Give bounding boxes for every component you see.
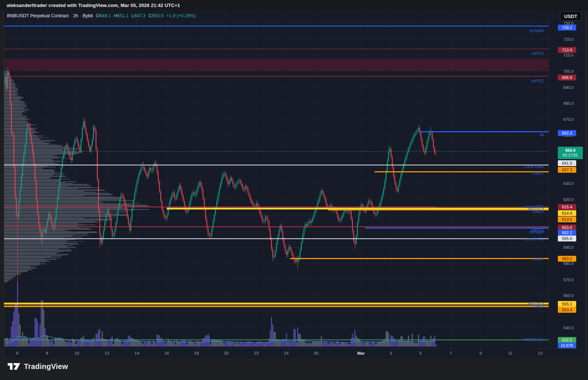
tradingview-logo-icon <box>7 361 21 372</box>
time-axis-tick: 24 <box>284 351 289 355</box>
level-name-daily: DAILY <box>533 171 544 175</box>
price-level-label: 641.5 <box>558 160 576 166</box>
time-axis[interactable]: 68101214161820222426Mar35791113 <box>4 348 586 358</box>
price-level-label: 613.5 <box>558 216 576 222</box>
chart-pane[interactable]: BNBUSDT Perpetual Contract·2h·BybitO648.… <box>4 10 586 358</box>
price-axis-tick: 700.0 <box>563 69 574 74</box>
bottom-bar: TradingView <box>0 358 588 380</box>
level-name-nvwap: NVWAP <box>529 29 544 33</box>
price-axis-tick: 710.0 <box>563 53 574 57</box>
level-name-ndpoc: ndPOC <box>531 51 544 55</box>
price-level-label: 614.4 <box>558 210 576 216</box>
price-level-label: 10.97K <box>558 343 576 348</box>
price-level-label: 602.2 <box>558 230 576 236</box>
ohlc-key: C <box>149 13 152 18</box>
level-name-daily: DAILY <box>533 304 544 308</box>
ohlc-key: O <box>96 13 99 18</box>
price-axis-tick: 630.0 <box>563 181 574 186</box>
time-axis-tick: 12 <box>105 351 110 355</box>
price-axis-tick: 620.0 <box>563 197 574 202</box>
level-name-daily: DAILY <box>533 257 544 261</box>
ohlc-value: 647.3 <box>134 13 146 18</box>
price-level-label: 583.2 <box>558 256 576 262</box>
ohlc-value: 648.1 <box>99 13 111 18</box>
time-axis-tick: Mar <box>357 351 365 355</box>
legend-separator: · <box>78 13 82 18</box>
price-axis-tick: 670.0 <box>563 117 574 122</box>
ohlc-key: L <box>132 13 134 18</box>
price-axis-tick: 680.0 <box>563 101 574 105</box>
attribution-bar: aleksanderltrader created with TradingVi… <box>0 0 588 10</box>
price-level-label: 713.9 <box>558 47 576 53</box>
price-level-label: 555.1 <box>558 301 576 307</box>
price-level-label: 728.2 <box>558 25 576 31</box>
supply-zone-band <box>4 59 549 71</box>
price-axis[interactable]: 730.0720.0710.0700.0690.0680.0670.0660.0… <box>549 10 586 348</box>
symbol-legend[interactable]: BNBUSDT Perpetual Contract·2h·BybitO648.… <box>7 13 195 18</box>
countdown-timer: 01:17:51 <box>563 153 578 158</box>
volume-layer <box>5 281 436 347</box>
tradingview-screenshot: aleksanderltrader created with TradingVi… <box>0 0 588 380</box>
time-axis-tick: 6 <box>16 351 18 355</box>
level-name-nvwap: NVWAP <box>529 230 544 234</box>
price-level-label: 532.5 <box>558 337 576 343</box>
price-level-label: 595.6 <box>558 236 576 241</box>
ohlc-values: O648.1H651.1L647.3C650.0 <box>93 13 163 18</box>
tradingview-logo-text: TradingView <box>24 362 68 371</box>
time-axis-tick: 3 <box>390 351 392 355</box>
level-name-local-rvah: Local rVAH <box>524 164 544 169</box>
price-level-label: 696.9 <box>558 75 576 80</box>
price-level-label: 637.3 <box>558 167 576 173</box>
price-axis-tick: 590.0 <box>563 245 574 250</box>
current-price-label: 650.001:17:51 <box>558 147 583 159</box>
level-name-4h: 4h <box>540 133 544 137</box>
time-axis-tick: 16 <box>164 351 169 355</box>
price-axis-tick: 570.0 <box>563 277 574 282</box>
price-level-label: 662.3 <box>558 130 576 136</box>
time-axis-tick: 13 <box>538 351 543 355</box>
price-axis-tick: 540.0 <box>563 326 574 330</box>
ohlc-value: 651.1 <box>117 13 128 18</box>
time-axis-tick: 9 <box>479 351 482 355</box>
currency-toggle-button[interactable]: USDT <box>560 11 581 21</box>
price-level-label: 553.4 <box>558 307 576 313</box>
price-axis-tick: 690.0 <box>563 85 574 90</box>
attribution-text: aleksanderltrader created with TradingVi… <box>0 3 180 8</box>
price-chart-canvas[interactable] <box>4 10 549 348</box>
ohlc-key: H <box>114 13 117 18</box>
exchange-label: Bybit <box>82 13 93 18</box>
change-label: +1.9 (+0.29%) <box>166 13 195 18</box>
time-axis-tick: 7 <box>450 351 452 355</box>
time-axis-tick: 20 <box>224 351 229 355</box>
symbol-title[interactable]: BNBUSDT Perpetual Contract <box>7 13 68 18</box>
price-level-label: 615.4 <box>558 204 576 210</box>
level-lines-layer <box>4 26 549 340</box>
price-axis-tick: 580.0 <box>563 261 574 266</box>
time-axis-tick: 8 <box>46 351 48 355</box>
time-axis-tick: 18 <box>194 351 199 355</box>
interval-label[interactable]: 2h <box>73 13 78 18</box>
time-axis-tick: 11 <box>508 351 513 355</box>
tradingview-logo[interactable]: TradingView <box>7 361 68 372</box>
level-name-monthly: MONTHLY <box>525 337 544 342</box>
time-axis-tick: 10 <box>75 351 79 355</box>
time-axis-tick: 26 <box>314 351 319 355</box>
price-axis-tick: 560.0 <box>563 293 574 298</box>
level-name-ndpoc: ndPOC <box>531 79 544 83</box>
level-name-daily: DAILY <box>533 209 544 214</box>
ohlc-value: 650.0 <box>152 13 163 18</box>
price-axis-tick: 720.0 <box>563 37 574 42</box>
legend-separator: · <box>68 13 73 18</box>
time-axis-tick: 22 <box>254 351 259 355</box>
time-axis-tick: 14 <box>135 351 139 355</box>
time-axis-tick: 5 <box>419 351 422 355</box>
level-name-local-rval: Local rVAL <box>525 237 544 241</box>
